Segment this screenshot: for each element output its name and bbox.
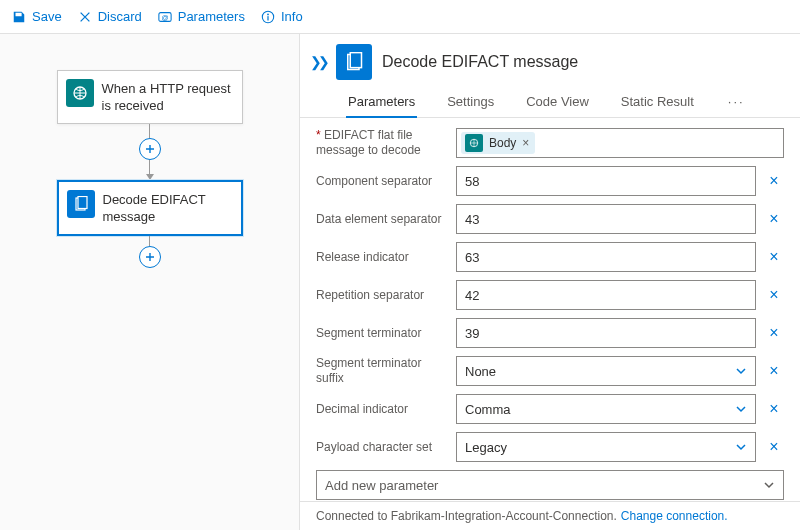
clear-segment-terminator-suffix-button[interactable]: × [764, 361, 784, 381]
segment-terminator-label: Segment terminator [316, 326, 448, 341]
field-segment-terminator: Segment terminator × [316, 318, 784, 348]
clear-repetition-separator-button[interactable]: × [764, 285, 784, 305]
clear-component-separator-button[interactable]: × [764, 171, 784, 191]
decimal-indicator-select[interactable]: Comma [456, 394, 756, 424]
svg-rect-9 [350, 53, 361, 68]
field-repetition-separator: Repetition separator × [316, 280, 784, 310]
svg-point-3 [267, 13, 269, 15]
flat-file-input[interactable]: Body × [456, 128, 784, 158]
clear-segment-terminator-button[interactable]: × [764, 323, 784, 343]
action-step-label: Decode EDIFACT message [103, 190, 231, 226]
release-indicator-label: Release indicator [316, 250, 448, 265]
clear-release-indicator-button[interactable]: × [764, 247, 784, 267]
add-step-button-1[interactable] [139, 138, 161, 160]
parameters-label: Parameters [178, 9, 245, 24]
canvas-inner: When a HTTP request is received Decode E… [0, 70, 299, 268]
connected-to-text: Connected to Fabrikam-Integration-Accoun… [316, 509, 617, 523]
info-label: Info [281, 9, 303, 24]
payload-charset-label: Payload character set [316, 440, 448, 455]
discard-button[interactable]: Discard [78, 9, 142, 24]
clear-payload-charset-button[interactable]: × [764, 437, 784, 457]
decode-edifact-icon [67, 190, 95, 218]
chevron-down-icon [763, 479, 775, 491]
action-step-decode-edifact[interactable]: Decode EDIFACT message [57, 180, 243, 236]
repetition-separator-input[interactable] [456, 280, 756, 310]
panel-title: Decode EDIFACT message [382, 53, 578, 71]
field-component-separator: Component separator × [316, 166, 784, 196]
remove-token-button[interactable]: × [522, 136, 529, 150]
payload-charset-select[interactable]: Legacy [456, 432, 756, 462]
main: When a HTTP request is received Decode E… [0, 34, 800, 530]
http-body-icon [465, 134, 483, 152]
parameters-icon: @ [158, 10, 172, 24]
data-element-separator-label: Data element separator [316, 212, 448, 227]
tab-parameters[interactable]: Parameters [346, 88, 417, 117]
info-icon [261, 10, 275, 24]
field-payload-charset: Payload character set Legacy × [316, 432, 784, 462]
field-decimal-indicator: Decimal indicator Comma × [316, 394, 784, 424]
chevron-down-icon [735, 441, 747, 453]
body-token[interactable]: Body × [461, 132, 535, 154]
save-button[interactable]: Save [12, 9, 62, 24]
field-segment-terminator-suffix: Segment terminator suffix None × [316, 356, 784, 386]
collapse-panel-button[interactable]: ❯❯ [310, 54, 326, 70]
tab-code-view[interactable]: Code View [524, 88, 591, 117]
segment-terminator-input[interactable] [456, 318, 756, 348]
chevron-down-icon [735, 403, 747, 415]
field-release-indicator: Release indicator × [316, 242, 784, 272]
clear-decimal-indicator-button[interactable]: × [764, 399, 784, 419]
discard-label: Discard [98, 9, 142, 24]
trigger-step-label: When a HTTP request is received [102, 79, 232, 115]
segment-terminator-suffix-select[interactable]: None [456, 356, 756, 386]
toolbar: Save Discard @ Parameters Info [0, 0, 800, 34]
connection-footer: Connected to Fabrikam-Integration-Accoun… [300, 501, 800, 530]
component-separator-input[interactable] [456, 166, 756, 196]
chevron-down-icon [735, 365, 747, 377]
panel-title-icon [336, 44, 372, 80]
add-new-parameter-select[interactable]: Add new parameter [316, 470, 784, 500]
segment-terminator-suffix-label: Segment terminator suffix [316, 356, 448, 386]
tab-settings[interactable]: Settings [445, 88, 496, 117]
decimal-indicator-label: Decimal indicator [316, 402, 448, 417]
body-token-label: Body [489, 136, 516, 150]
panel-tabs: Parameters Settings Code View Static Res… [300, 88, 800, 118]
svg-rect-4 [267, 16, 268, 20]
parameters-button[interactable]: @ Parameters [158, 9, 245, 24]
release-indicator-input[interactable] [456, 242, 756, 272]
data-element-separator-input[interactable] [456, 204, 756, 234]
component-separator-label: Component separator [316, 174, 448, 189]
discard-icon [78, 10, 92, 24]
parameters-form: * EDIFACT flat file message to decode Bo… [300, 118, 800, 501]
workflow-canvas[interactable]: When a HTTP request is received Decode E… [0, 34, 300, 530]
field-data-element-separator: Data element separator × [316, 204, 784, 234]
http-trigger-icon [66, 79, 94, 107]
field-flat-file: * EDIFACT flat file message to decode Bo… [316, 128, 784, 158]
svg-text:@: @ [161, 13, 168, 20]
svg-rect-7 [78, 196, 87, 208]
info-button[interactable]: Info [261, 9, 303, 24]
change-connection-link[interactable]: Change connection. [621, 509, 728, 523]
repetition-separator-label: Repetition separator [316, 288, 448, 303]
details-panel: ❯❯ Decode EDIFACT message Parameters Set… [300, 34, 800, 530]
flat-file-label: * EDIFACT flat file message to decode [316, 128, 448, 158]
save-icon [12, 10, 26, 24]
add-step-button-2[interactable] [139, 246, 161, 268]
save-label: Save [32, 9, 62, 24]
trigger-step-http-request[interactable]: When a HTTP request is received [57, 70, 243, 124]
connector-2 [139, 236, 161, 268]
tab-static-result[interactable]: Static Result [619, 88, 696, 117]
connector-1 [139, 124, 161, 180]
tab-overflow-button[interactable]: ··· [724, 88, 749, 117]
panel-header: ❯❯ Decode EDIFACT message [300, 34, 800, 88]
clear-data-element-separator-button[interactable]: × [764, 209, 784, 229]
